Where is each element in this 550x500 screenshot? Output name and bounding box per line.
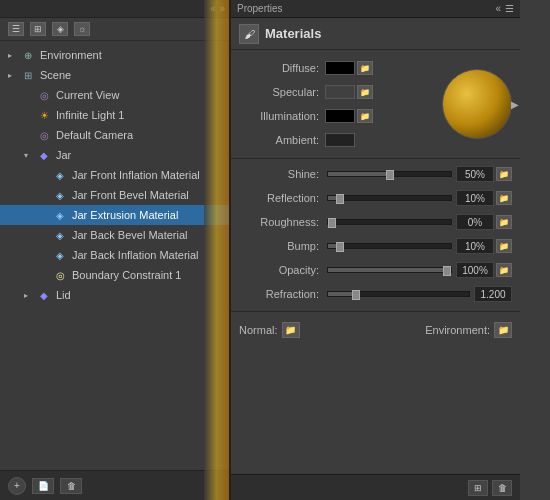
normal-folder-btn[interactable]: 📁 bbox=[282, 322, 300, 338]
shine-slider[interactable] bbox=[327, 171, 452, 177]
diffuse-row: Diffuse: 📁 bbox=[239, 58, 434, 78]
toolbar-grid-btn[interactable]: ⊞ bbox=[30, 22, 46, 36]
reflection-slider[interactable] bbox=[327, 195, 452, 201]
roughness-slider[interactable] bbox=[327, 219, 452, 225]
scene-tree: ▸ ⊕ Environment ▸ ⊞ Scene ◎ Current View… bbox=[0, 41, 229, 470]
tree-item-jar-back-inflation[interactable]: ◈ Jar Back Inflation Material bbox=[0, 245, 229, 265]
refraction-value[interactable]: 1.200 bbox=[474, 286, 512, 302]
opacity-slider-container: 100% 📁 bbox=[327, 262, 512, 278]
tree-item-default-camera[interactable]: ◎ Default Camera bbox=[0, 125, 229, 145]
expand-jfb-icon bbox=[40, 191, 52, 200]
tree-item-env[interactable]: ▸ ⊕ Environment bbox=[0, 45, 229, 65]
toolbar-diamond-btn[interactable]: ◈ bbox=[52, 22, 68, 36]
left-panel: « » ☰ ⊞ ◈ ☼ ▸ ⊕ Environment ▸ ⊞ Scene ◎ … bbox=[0, 0, 230, 500]
opacity-label: Opacity: bbox=[239, 264, 319, 276]
tree-item-jar-back-bevel[interactable]: ◈ Jar Back Bevel Material bbox=[0, 225, 229, 245]
bump-value[interactable]: 10% bbox=[456, 238, 494, 254]
shine-slider-top: 50% 📁 bbox=[327, 166, 512, 182]
infinite-light-label: Infinite Light 1 bbox=[56, 109, 125, 121]
lid-icon: ◆ bbox=[36, 288, 52, 302]
diffuse-folder-btn[interactable]: 📁 bbox=[357, 61, 373, 75]
tree-item-boundary-constraint[interactable]: ◎ Boundary Constraint 1 bbox=[0, 265, 229, 285]
illumination-label: Illumination: bbox=[239, 110, 319, 122]
add-item-btn[interactable]: + bbox=[8, 477, 26, 495]
tree-item-jar[interactable]: ▾ ◆ Jar bbox=[0, 145, 229, 165]
jfb-icon: ◈ bbox=[52, 188, 68, 202]
materials-tab-icon[interactable]: 🖌 bbox=[239, 24, 259, 44]
refraction-slider[interactable] bbox=[327, 291, 470, 297]
footer-add-btn[interactable]: ⊞ bbox=[468, 480, 488, 496]
right-panel: Properties « ☰ 🖌 Materials Diffuse: 📁 Sp… bbox=[230, 0, 520, 500]
roughness-folder-btn[interactable]: 📁 bbox=[496, 215, 512, 229]
opacity-folder-btn[interactable]: 📁 bbox=[496, 263, 512, 277]
delete-item-btn[interactable]: 🗑 bbox=[60, 478, 82, 494]
tree-item-infinite-light[interactable]: ☀ Infinite Light 1 bbox=[0, 105, 229, 125]
cam-icon: ◎ bbox=[36, 88, 52, 102]
illumination-folder-btn[interactable]: 📁 bbox=[357, 109, 373, 123]
expand-il-icon bbox=[24, 111, 36, 120]
tree-item-jar-front-inflation[interactable]: ◈ Jar Front Inflation Material bbox=[0, 165, 229, 185]
shine-value[interactable]: 50% bbox=[456, 166, 494, 182]
jfi-icon: ◈ bbox=[52, 168, 68, 182]
tree-item-scene[interactable]: ▸ ⊞ Scene bbox=[0, 65, 229, 85]
tree-item-lid[interactable]: ▸ ◆ Lid bbox=[0, 285, 229, 305]
expand-jbi-icon bbox=[40, 251, 52, 260]
expand-cv-icon bbox=[24, 91, 36, 100]
roughness-value[interactable]: 0% bbox=[456, 214, 494, 230]
bump-slider-row: Bump: 10% 📁 bbox=[239, 235, 512, 257]
footer-delete-btn[interactable]: 🗑 bbox=[492, 480, 512, 496]
reflection-label: Reflection: bbox=[239, 192, 319, 204]
preview-nav-btn[interactable]: ▶ bbox=[511, 99, 519, 110]
default-camera-label: Default Camera bbox=[56, 129, 133, 141]
ambient-color[interactable] bbox=[325, 133, 355, 147]
env-label: Environment: bbox=[425, 324, 490, 336]
env-label: Environment bbox=[40, 49, 102, 61]
bump-label: Bump: bbox=[239, 240, 319, 252]
normal-label: Normal: bbox=[239, 324, 278, 336]
opacity-value[interactable]: 100% bbox=[456, 262, 494, 278]
illumination-row: Illumination: 📁 bbox=[239, 106, 434, 126]
bump-slider-top: 10% 📁 bbox=[327, 238, 512, 254]
diffuse-color[interactable] bbox=[325, 61, 355, 75]
env-folder-btn[interactable]: 📁 bbox=[494, 322, 512, 338]
shine-slider-container: 50% 📁 bbox=[327, 166, 512, 182]
constraint-icon: ◎ bbox=[52, 268, 68, 282]
reflection-slider-top: 10% 📁 bbox=[327, 190, 512, 206]
tree-item-current-view[interactable]: ◎ Current View bbox=[0, 85, 229, 105]
shine-label: Shine: bbox=[239, 168, 319, 180]
toolbar-light-btn[interactable]: ☼ bbox=[74, 22, 90, 36]
refraction-slider-top: 1.200 bbox=[327, 286, 512, 302]
expand-scene-icon: ▸ bbox=[8, 71, 20, 80]
toolbar-list-btn[interactable]: ☰ bbox=[8, 22, 24, 36]
expand-env-icon: ▸ bbox=[8, 51, 20, 60]
specular-folder-btn[interactable]: 📁 bbox=[357, 85, 373, 99]
jar-back-bevel-label: Jar Back Bevel Material bbox=[72, 229, 188, 241]
tree-item-jar-extrusion[interactable]: ◈ Jar Extrusion Material bbox=[0, 205, 229, 225]
normal-env-row: Normal: 📁 Environment: 📁 bbox=[231, 311, 520, 347]
materials-tab-header: 🖌 Materials bbox=[231, 18, 520, 50]
shine-folder-btn[interactable]: 📁 bbox=[496, 167, 512, 181]
reflection-value[interactable]: 10% bbox=[456, 190, 494, 206]
menu-right-btn[interactable]: ☰ bbox=[505, 3, 514, 14]
jbi-icon: ◈ bbox=[52, 248, 68, 262]
collapse-btn[interactable]: « bbox=[210, 3, 216, 14]
duplicate-item-btn[interactable]: 📄 bbox=[32, 478, 54, 494]
mat-preview-sphere[interactable]: ▶ bbox=[442, 69, 512, 139]
opacity-slider[interactable] bbox=[327, 267, 452, 273]
materials-section: Diffuse: 📁 Specular: 📁 Illumination: 📁 bbox=[231, 50, 520, 474]
expand-bc-icon bbox=[40, 271, 52, 280]
expand-btn[interactable]: » bbox=[219, 3, 225, 14]
specular-color[interactable] bbox=[325, 85, 355, 99]
bump-slider[interactable] bbox=[327, 243, 452, 249]
roughness-slider-row: Roughness: 0% 📁 bbox=[239, 211, 512, 233]
bump-folder-btn[interactable]: 📁 bbox=[496, 239, 512, 253]
reflection-folder-btn[interactable]: 📁 bbox=[496, 191, 512, 205]
toolbar: ☰ ⊞ ◈ ☼ bbox=[0, 18, 229, 41]
illumination-color[interactable] bbox=[325, 109, 355, 123]
collapse-right-btn[interactable]: « bbox=[495, 3, 501, 14]
jar-front-bevel-label: Jar Front Bevel Material bbox=[72, 189, 189, 201]
expand-jar-icon: ▾ bbox=[24, 151, 36, 160]
tree-item-jar-front-bevel[interactable]: ◈ Jar Front Bevel Material bbox=[0, 185, 229, 205]
lid-label: Lid bbox=[56, 289, 71, 301]
reflection-slider-row: Reflection: 10% 📁 bbox=[239, 187, 512, 209]
